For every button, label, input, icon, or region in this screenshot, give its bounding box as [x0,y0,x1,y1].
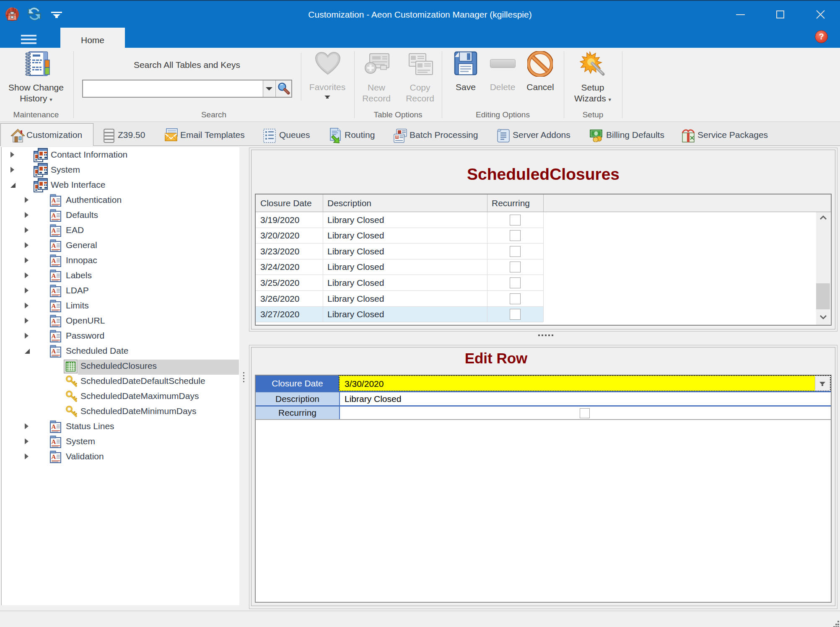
svg-text:A: A [52,423,56,430]
svg-text:A: A [52,257,56,264]
svg-text:A: A [52,318,56,324]
svg-text:A: A [52,212,56,219]
svg-text:A: A [52,227,56,234]
svg-text:A: A [52,348,56,355]
svg-text:A: A [52,438,56,445]
svg-text:A: A [52,303,56,309]
svg-text:A: A [52,333,56,339]
svg-text:A: A [52,242,56,249]
svg-text:A: A [52,197,56,204]
svg-text:A: A [52,272,56,279]
svg-text:A: A [52,453,56,460]
svg-text:A: A [52,288,56,294]
